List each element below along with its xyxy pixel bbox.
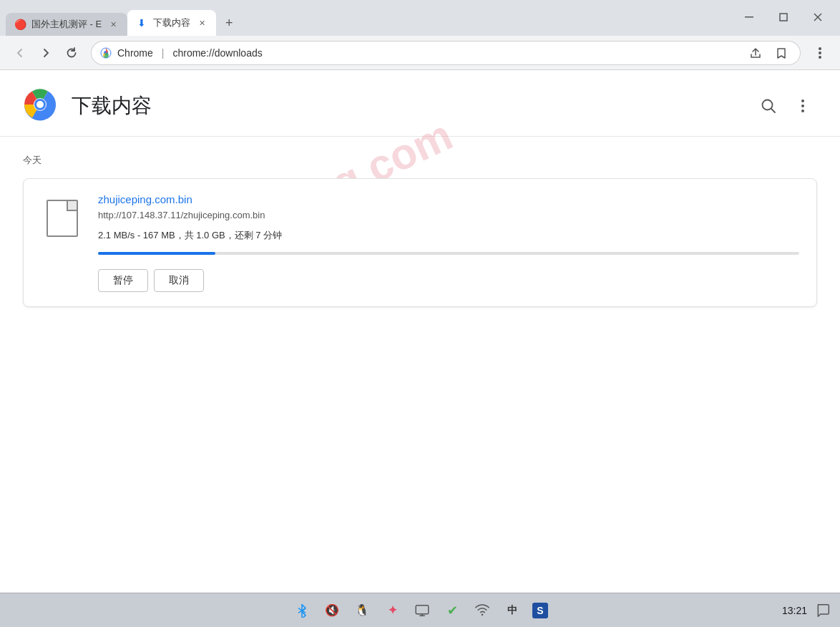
page-title: 下载内容 [72, 92, 152, 120]
restore-button[interactable] [767, 6, 800, 29]
reload-button[interactable] [60, 42, 83, 64]
active-tab-favicon: ⬇ [136, 17, 147, 29]
page-menu-button[interactable] [788, 92, 817, 120]
progress-bar [98, 252, 799, 255]
pause-button[interactable]: 暂停 [98, 269, 148, 292]
page-header: 下载内容 [0, 70, 840, 137]
chrome-logo [23, 87, 57, 125]
progress-bar-fill [98, 252, 215, 255]
display-icon[interactable] [412, 601, 432, 621]
download-progress-text: 2.1 MB/s - 167 MB，共 1.0 GB，还剩 7 分钟 [98, 229, 799, 242]
inactive-tab-title: 国外主机测评 - E [31, 18, 102, 31]
toolbar: Chrome | chrome://downloads [0, 36, 840, 70]
qq-icon[interactable]: 🐧 [352, 601, 372, 621]
section-label: 今天 [23, 154, 817, 167]
tabs-area: 🔴 国外主机测评 - E ✕ ⬇ 下载内容 ✕ + [0, 0, 733, 36]
download-card: zhujiceping.com.bin http://107.148.37.11… [23, 178, 817, 307]
inactive-tab-favicon: 🔴 [14, 19, 26, 30]
page-content: 今天 zhujiceping.com.bin http://107.148.37… [0, 137, 840, 324]
download-actions: 暂停 取消 [98, 269, 799, 292]
download-url: http://107.148.37.11/zhujiceping.com.bin [98, 210, 799, 220]
sogou-icon[interactable]: S [532, 603, 548, 618]
browser-window: 🔴 国外主机测评 - E ✕ ⬇ 下载内容 ✕ + [0, 0, 840, 627]
mute-icon[interactable]: 🔇 [322, 601, 342, 621]
tab-active[interactable]: ⬇ 下载内容 ✕ [127, 10, 216, 36]
inactive-tab-close[interactable]: ✕ [107, 19, 119, 30]
back-button[interactable] [9, 42, 31, 64]
todo-icon[interactable]: ✔ [442, 601, 462, 621]
taskbar-time: 13:21 [782, 605, 807, 616]
minimize-button[interactable] [733, 6, 766, 29]
active-tab-close[interactable]: ✕ [196, 17, 207, 29]
svg-point-17 [482, 613, 484, 616]
download-info: zhujiceping.com.bin http://107.148.37.11… [98, 193, 799, 292]
cancel-button[interactable]: 取消 [154, 269, 204, 292]
bookmark-button[interactable] [771, 43, 791, 63]
forward-button[interactable] [34, 42, 57, 64]
taskbar-right: 13:21 [782, 602, 831, 619]
address-favicon [100, 47, 112, 59]
bluetooth-icon[interactable] [292, 601, 312, 621]
address-separator: | [162, 47, 165, 59]
tab-inactive[interactable]: 🔴 国外主机测评 - E ✕ [6, 13, 127, 36]
active-tab-title: 下载内容 [153, 16, 190, 29]
search-button[interactable] [754, 92, 783, 120]
download-filename[interactable]: zhujiceping.com.bin [98, 193, 799, 205]
page-header-actions [754, 92, 817, 120]
chinese-input-icon[interactable]: 中 [502, 601, 522, 621]
svg-point-9 [36, 101, 44, 108]
svg-rect-0 [745, 16, 753, 18]
taskbar-center: 🔇 🐧 ✦ ✔ 中 S [292, 601, 548, 621]
window-controls [733, 0, 840, 29]
browser-menu-button[interactable] [809, 42, 831, 64]
svg-rect-14 [416, 605, 429, 613]
chat-icon[interactable] [814, 602, 831, 619]
downloads-page: 下载内容 zhujiceping.com 今天 [0, 70, 840, 593]
svg-line-11 [771, 109, 775, 112]
file-icon-wrap [41, 193, 84, 243]
address-bar[interactable]: Chrome | chrome://downloads [92, 42, 800, 64]
titlebar: 🔴 国外主机测评 - E ✕ ⬇ 下载内容 ✕ + [0, 0, 840, 36]
taskbar: 🔇 🐧 ✦ ✔ 中 S 13:21 [0, 593, 840, 627]
file-icon [47, 200, 78, 237]
address-brand: Chrome [117, 47, 153, 59]
svg-rect-1 [780, 14, 787, 21]
close-button[interactable] [801, 6, 834, 29]
address-url: chrome://downloads [172, 47, 262, 59]
share-button[interactable] [746, 43, 766, 63]
wifi-icon[interactable] [472, 601, 492, 621]
new-tab-button[interactable]: + [219, 13, 239, 33]
figma-icon[interactable]: ✦ [382, 601, 402, 621]
